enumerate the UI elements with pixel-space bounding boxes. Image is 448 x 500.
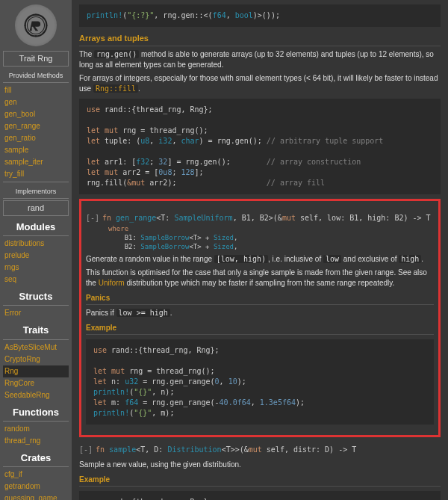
svg-point-7 [43,17,44,19]
method-sample: [-] fn sample<T, D: Distribution<T>>(&mu… [79,443,441,500]
fn-gen_range[interactable]: gen_range [116,214,156,222]
collapse-toggle-icon[interactable]: [-] [86,213,98,223]
sidebar-mod-distributions[interactable]: distributions [3,238,69,250]
svg-point-9 [43,32,44,34]
arrays-tuples-p1: The rng.gen() method is able to generate… [79,49,441,70]
sidebar-trait-asbyteslicemut[interactable]: AsByteSliceMut [3,342,69,354]
svg-point-3 [35,35,37,37]
structs-heading: Structs [3,290,69,303]
gen-range-desc: Generate a random value in the range [lo… [86,254,434,265]
provided-methods-heading: Provided Methods [3,71,69,81]
trait-title-box: Trait Rng [3,51,69,67]
sidebar-fn-thread_rng[interactable]: thread_rng [3,435,69,447]
fn-sample[interactable]: sample [109,445,136,454]
sidebar-mod-prelude[interactable]: prelude [3,250,69,262]
example-heading-2: Example [79,475,441,487]
sidebar-trait-rng[interactable]: Rng [3,365,69,377]
sidebar: Trait Rng Provided Methods fill gen gen_… [0,0,72,500]
panics-text: Panics if low >= high. [86,308,434,318]
sidebar-mod-rngs[interactable]: rngs [3,262,69,274]
method-gen_range: [-] fn gen_range<T: SampleUniform, B1, B… [86,212,434,425]
arrays-tuples-heading: Arrays and tuples [79,33,441,46]
code-block-2: use rand::{thread_rng, Rng}; let mut rng… [86,339,434,425]
sidebar-mod-seq[interactable]: seq [3,274,69,286]
functions-heading: Functions [3,406,69,419]
svg-point-6 [28,17,29,19]
sample-desc: Sample a new value, using the given dist… [79,460,441,470]
main-content: println!("{:?}", rng.gen::<(f64, bool)>(… [72,0,448,500]
sidebar-fn-random[interactable]: random [3,423,69,435]
sidebar-crate-guessing_game[interactable]: guessing_game [3,493,69,500]
sidebar-method-sample[interactable]: sample [3,144,69,156]
code-block-0: println!("{:?}", rng.gen::<(f64, bool)>(… [79,4,441,27]
svg-point-5 [46,25,47,26]
code-block-3: use rand::{thread_rng, Rng}; use rand::d… [79,491,441,500]
crate-title-box: rand [3,200,69,216]
crates-heading: Crates [3,451,69,465]
sidebar-method-fill[interactable]: fill [3,84,69,96]
sidebar-trait-cryptorng[interactable]: CryptoRng [3,354,69,365]
svg-point-8 [28,32,29,34]
sidebar-method-gen_bool[interactable]: gen_bool [3,108,69,120]
sidebar-method-gen[interactable]: gen [3,96,69,108]
uniform-link[interactable]: Uniform [99,279,125,287]
sidebar-struct-error[interactable]: Error [3,307,69,319]
sidebar-crate-getrandom[interactable]: getrandom [3,481,69,493]
svg-point-4 [25,25,26,26]
arrays-tuples-p2: For arrays of integers, especially for t… [79,73,441,94]
sidebar-trait-seedablerng[interactable]: SeedableRng [3,389,69,401]
traits-heading: Traits [3,324,69,337]
sidebar-method-try_fill[interactable]: try_fill [3,168,69,180]
modules-heading: Modules [3,220,69,234]
code-block-1: use rand::{thread_rng, Rng}; let mut rng… [79,99,441,194]
svg-point-2 [35,14,37,16]
collapse-toggle-icon[interactable]: [-] [79,445,91,455]
rust-logo-icon[interactable] [15,4,57,46]
implementors-heading[interactable]: Implementors [3,187,69,197]
gen-range-highlight: [-] fn gen_range<T: SampleUniform, B1, B… [79,199,441,437]
sidebar-method-gen_range[interactable]: gen_range [3,120,69,132]
example-heading-1: Example [86,323,434,335]
sidebar-crate-cfg_if[interactable]: cfg_if [3,469,69,481]
sidebar-method-gen_ratio[interactable]: gen_ratio [3,132,69,144]
gen-range-desc2: This function is optimised for the case … [86,268,434,288]
sidebar-method-sample_iter[interactable]: sample_iter [3,156,69,168]
panics-heading: Panics [86,293,434,305]
sidebar-trait-rngcore[interactable]: RngCore [3,377,69,389]
rng-fill-link[interactable]: Rng::fill [93,84,138,93]
